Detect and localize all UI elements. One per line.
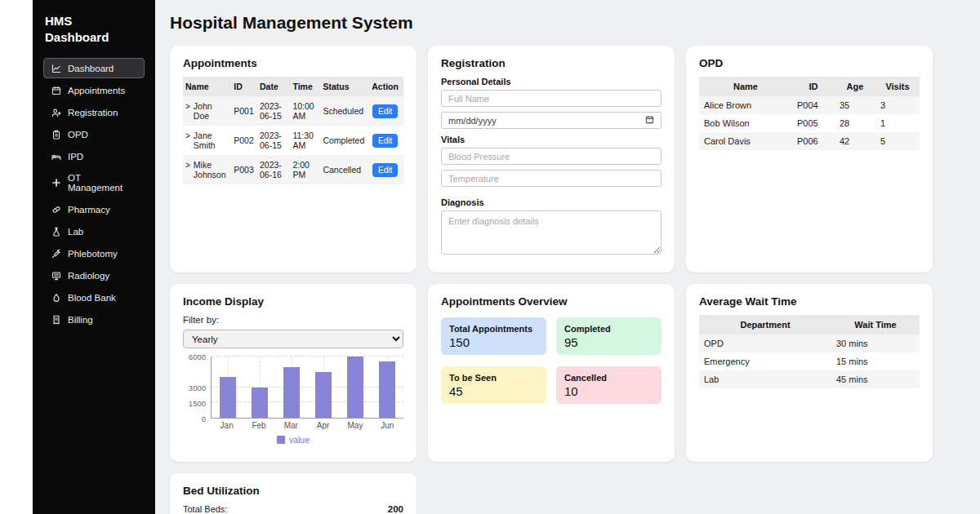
registration-card-title: Registration [441, 57, 662, 69]
x-tick: Jun [372, 421, 403, 430]
filter-select[interactable]: Yearly [183, 330, 403, 348]
syringe-icon [51, 248, 61, 259]
total-beds-label: Total Beds: [183, 504, 227, 514]
sidebar-item-pharmacy[interactable]: Pharmacy [43, 199, 145, 219]
col-header-department: Department [699, 315, 831, 335]
col-header-name: Name [183, 77, 231, 96]
personal-details-label: Personal Details [441, 77, 662, 86]
col-header-name: Name [699, 77, 792, 96]
opd-header-row: Name ID Age Visits [699, 77, 920, 96]
patient-name: John Doe [194, 101, 229, 121]
x-tick: May [339, 421, 371, 430]
y-tick: 0 [202, 414, 206, 423]
diagnosis-textarea[interactable] [441, 210, 662, 255]
y-tick: 1500 [189, 399, 206, 408]
wait-time-header-row: Department Wait Time [699, 315, 920, 335]
patient-name: Carol Davis [699, 132, 792, 150]
patient-name: Alice Brown [699, 96, 792, 114]
full-name-input[interactable] [441, 90, 662, 107]
bar-feb [252, 388, 268, 419]
legend-swatch [277, 436, 285, 444]
opd-row: Carol Davis P006 42 5 [699, 132, 920, 150]
opd-card: OPD Name ID Age Visits Alice Brown [686, 46, 933, 273]
sidebar-item-ipd[interactable]: IPD [43, 146, 145, 166]
user-plus-icon [51, 107, 61, 117]
income-display-card: Income Display Filter by: Yearly 6000 30… [170, 284, 416, 462]
page-title: Hospital Management System [170, 13, 965, 33]
chart-x-axis: Jan Feb Mar Apr May Jun [211, 421, 403, 430]
sidebar-item-billing[interactable]: Billing [43, 309, 145, 330]
bar-slot [340, 357, 372, 418]
patient-visits: 3 [875, 96, 920, 114]
sidebar-item-label: Appointments [68, 86, 125, 95]
sidebar-item-blood-bank[interactable]: Blood Bank [43, 287, 145, 308]
total-beds-row: Total Beds: 200 [183, 504, 403, 514]
sidebar-item-phlebotomy[interactable]: Phlebotomy [43, 243, 145, 264]
opd-card-title: OPD [699, 57, 920, 69]
sidebar-item-label: OT Management [68, 173, 137, 193]
col-header-wait-time: Wait Time [831, 315, 920, 335]
patient-name: Jane Smith [194, 131, 229, 150]
appointment-status: Cancelled [320, 155, 367, 184]
col-header-date: Date [257, 77, 290, 96]
y-tick: 3000 [189, 383, 206, 392]
blood-pressure-input[interactable] [441, 148, 662, 165]
wait-time-card-title: Average Wait Time [699, 295, 920, 308]
appointments-card-title: Appointments [183, 57, 403, 69]
row-expander-icon[interactable]: > [185, 131, 190, 141]
appointment-status: Scheduled [320, 96, 367, 126]
bar-may [347, 357, 363, 418]
patient-id: P005 [792, 114, 835, 132]
temperature-input[interactable] [441, 170, 662, 187]
calendar-icon[interactable] [645, 115, 654, 126]
department-name: Lab [699, 370, 831, 388]
bar-slot [212, 357, 243, 418]
patient-visits: 5 [875, 132, 920, 150]
x-tick: Jan [211, 421, 243, 430]
wait-time-row: Emergency 15 mins [699, 352, 920, 370]
department-name: Emergency [699, 352, 831, 370]
sidebar-item-label: Phlebotomy [68, 249, 118, 259]
bar-slot [275, 357, 307, 418]
patient-id: P004 [792, 96, 835, 114]
row-expander-icon[interactable]: > [185, 160, 190, 171]
sidebar-item-label: Pharmacy [68, 205, 110, 215]
registration-card: Registration Personal Details mm/dd/yyyy… [428, 46, 675, 273]
bar-slot [372, 357, 403, 418]
sidebar-item-opd[interactable]: OPD [43, 124, 145, 144]
overview-card-title: Appointments Overview [441, 295, 662, 308]
bed-card-title: Bed Utilization [183, 485, 403, 497]
app-root: HMS Dashboard Dashboard Appointments Reg… [0, 0, 980, 514]
sidebar-item-radiology[interactable]: Radiology [43, 265, 145, 286]
chart-plot-area [211, 357, 403, 419]
stat-value: 95 [564, 335, 653, 349]
bar-apr [315, 372, 332, 418]
bar-mar [283, 367, 300, 419]
sidebar-item-registration[interactable]: Registration [43, 102, 145, 122]
edit-button[interactable]: Edit [372, 134, 398, 148]
appointment-date: 2023-06-16 [257, 155, 290, 184]
appointment-date: 2023-06-15 [257, 126, 290, 155]
wait-time-value: 30 mins [831, 335, 920, 352]
appointment-row: >Jane Smith P002 2023-06-15 11:30 AM Com… [183, 126, 403, 155]
stat-label: Total Appointments [449, 324, 538, 334]
receipt-icon [51, 314, 61, 325]
filter-by-label: Filter by: [183, 315, 403, 325]
sidebar-item-dashboard[interactable]: Dashboard [43, 58, 145, 78]
stat-to-be-seen: To be Seen 45 [441, 366, 546, 404]
sidebar-item-label: Dashboard [68, 64, 114, 73]
edit-button[interactable]: Edit [372, 163, 398, 177]
bed-utilization-card: Bed Utilization Total Beds: 200 [170, 473, 416, 514]
sidebar-item-appointments[interactable]: Appointments [43, 80, 145, 100]
sidebar-item-ot-management[interactable]: OT Management [43, 168, 145, 197]
col-header-visits: Visits [875, 77, 920, 96]
edit-button[interactable]: Edit [372, 104, 398, 118]
date-of-birth-input[interactable]: mm/dd/yyyy [441, 112, 662, 129]
sidebar-item-lab[interactable]: Lab [43, 221, 145, 241]
flask-icon [51, 226, 61, 237]
appointment-time: 11:30 AM [290, 126, 320, 155]
sidebar-item-label: Radiology [68, 271, 109, 281]
col-header-status: Status [320, 77, 367, 96]
row-expander-icon[interactable]: > [185, 101, 190, 112]
stat-completed: Completed 95 [556, 317, 662, 355]
